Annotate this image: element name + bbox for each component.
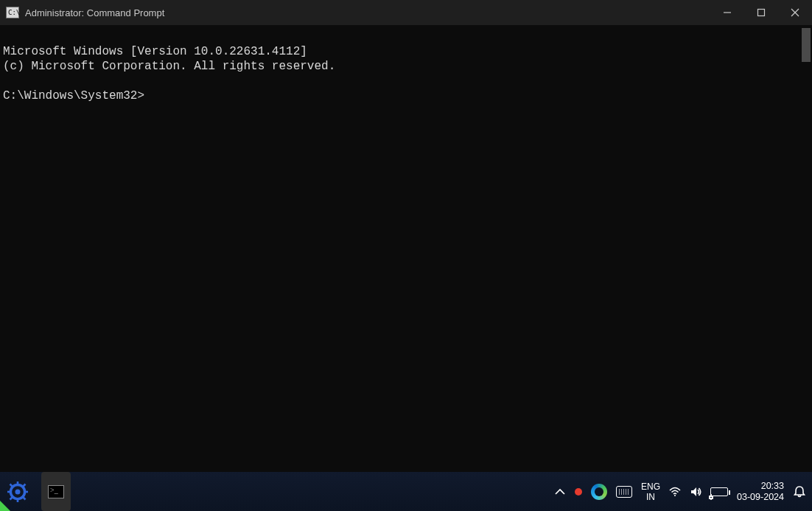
cmd-taskbar-icon: >_ <box>48 485 64 498</box>
edge-browser-icon <box>591 484 607 500</box>
svg-line-12 <box>23 484 26 487</box>
touch-keyboard-button[interactable] <box>616 472 632 511</box>
titlebar[interactable]: C:\ Administrator: Command Prompt <box>0 0 812 25</box>
tray-recording-indicator[interactable] <box>575 472 582 511</box>
volume-button[interactable] <box>690 472 701 511</box>
taskbar: >_ ENG IN <box>0 472 812 511</box>
taskbar-corner-accent <box>0 501 10 511</box>
notifications-button[interactable] <box>793 472 806 511</box>
cmd-app-icon: C:\ <box>6 7 19 18</box>
battery-button[interactable] <box>710 472 728 511</box>
language-primary: ENG <box>641 482 660 492</box>
svg-line-13 <box>10 497 13 500</box>
keyboard-icon <box>616 486 632 498</box>
chevron-up-icon <box>554 486 566 498</box>
language-secondary: IN <box>641 492 660 502</box>
close-button[interactable] <box>778 0 812 25</box>
terminal-prompt: C:\Windows\System32> <box>3 89 144 102</box>
tray-edge-app[interactable] <box>591 472 607 511</box>
settings-gear-icon <box>7 482 28 502</box>
svg-rect-1 <box>758 10 765 16</box>
language-switcher[interactable]: ENG IN <box>641 472 660 511</box>
clock-time: 20:33 <box>737 481 784 492</box>
bell-icon <box>793 485 806 498</box>
svg-point-14 <box>674 495 676 496</box>
wifi-button[interactable] <box>669 472 681 511</box>
minimize-button[interactable] <box>710 0 744 25</box>
wifi-icon <box>669 486 681 498</box>
tray-overflow-button[interactable] <box>554 472 566 511</box>
vertical-scrollbar[interactable] <box>802 28 811 62</box>
command-prompt-window: C:\ Administrator: Command Prompt Micros… <box>0 0 812 472</box>
taskbar-app-cmd[interactable]: >_ <box>41 472 71 511</box>
speaker-icon <box>690 486 701 498</box>
maximize-button[interactable] <box>744 0 778 25</box>
terminal-line: Microsoft Windows [Version 10.0.22631.41… <box>3 45 307 58</box>
svg-marker-15 <box>691 487 696 496</box>
record-dot-icon <box>575 488 582 496</box>
svg-line-11 <box>23 497 26 500</box>
terminal-area[interactable]: Microsoft Windows [Version 10.0.22631.41… <box>0 25 812 472</box>
clock-button[interactable]: 20:33 03-09-2024 <box>737 472 784 511</box>
svg-point-5 <box>15 489 21 494</box>
svg-line-10 <box>10 484 13 487</box>
battery-charging-icon <box>710 487 728 496</box>
terminal-line: (c) Microsoft Corporation. All rights re… <box>3 60 335 73</box>
window-title: Administrator: Command Prompt <box>25 7 164 18</box>
clock-date: 03-09-2024 <box>737 492 784 503</box>
